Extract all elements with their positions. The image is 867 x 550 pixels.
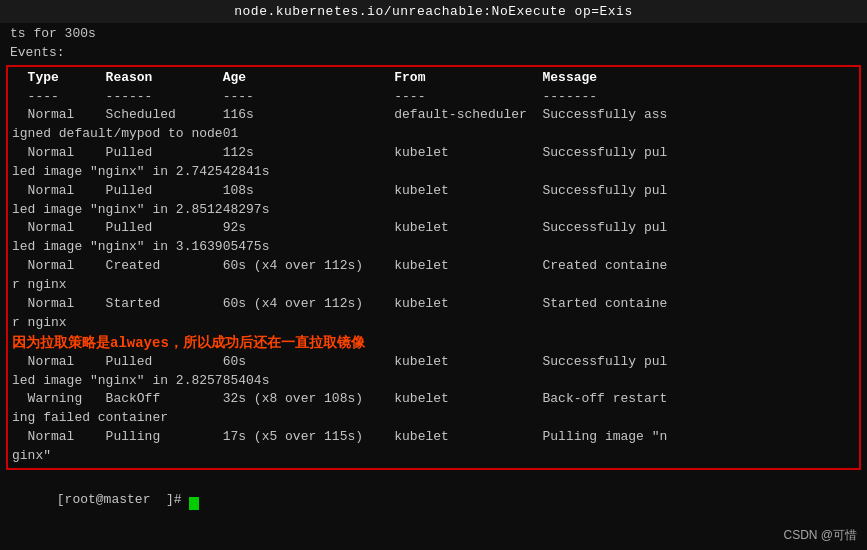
prompt-text: [root@master ]# [57,492,190,507]
terminal-window: node.kubernetes.io/unreachable:NoExecute… [0,0,867,550]
terminal-body[interactable]: ts for 300s Events: Type Reason Age From… [0,23,867,530]
col-separator: ---- ------ ---- ---- ------- [8,88,859,107]
post-event-0: Normal Pulled 60s kubelet Successfully p… [8,353,859,372]
event-line-5: led image "nginx" in 2.851248297s [8,201,859,220]
event-line-2: Normal Pulled 112s kubelet Successfully … [8,144,859,163]
col-header: Type Reason Age From Message [8,69,859,88]
event-line-0: Normal Scheduled 116s default-scheduler … [8,106,859,125]
event-line-1: igned default/mypod to node01 [8,125,859,144]
event-line-11: r nginx [8,314,859,333]
event-line-9: r nginx [8,276,859,295]
window-title: node.kubernetes.io/unreachable:NoExecute… [234,4,632,19]
event-line-8: Normal Created 60s (x4 over 112s) kubele… [8,257,859,276]
post-event-4: Normal Pulling 17s (x5 over 115s) kubele… [8,428,859,447]
pre-line-2: Events: [6,44,861,63]
event-line-3: led image "nginx" in 2.742542841s [8,163,859,182]
cursor [189,497,199,510]
watermark: CSDN @可惜 [783,527,857,544]
post-event-2: Warning BackOff 32s (x8 over 108s) kubel… [8,390,859,409]
title-bar: node.kubernetes.io/unreachable:NoExecute… [0,0,867,23]
event-line-6: Normal Pulled 92s kubelet Successfully p… [8,219,859,238]
post-event-5: ginx" [8,447,859,466]
event-line-10: Normal Started 60s (x4 over 112s) kubele… [8,295,859,314]
post-event-1: led image "nginx" in 2.825785404s [8,372,859,391]
pre-line-1: ts for 300s [6,25,861,44]
prompt-line: [root@master ]# [6,472,861,529]
post-event-3: ing failed container [8,409,859,428]
event-line-7: led image "nginx" in 3.163905475s [8,238,859,257]
event-line-4: Normal Pulled 108s kubelet Successfully … [8,182,859,201]
annotation-line: 因为拉取策略是alwayes，所以成功后还在一直拉取镜像 [8,333,859,353]
events-table: Type Reason Age From Message ---- ------… [6,65,861,470]
